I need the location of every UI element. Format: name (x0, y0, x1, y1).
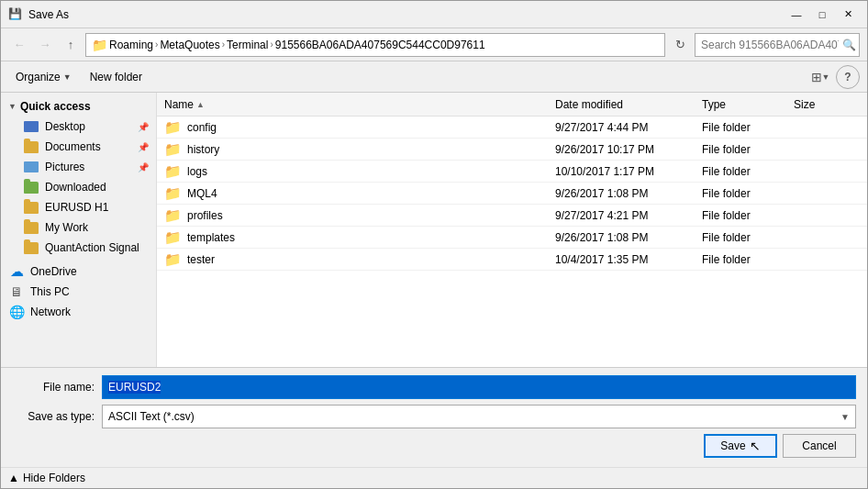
title-bar-left: 💾 Save As (8, 7, 69, 22)
sidebar-item-downloaded[interactable]: Downloaded (1, 177, 156, 197)
folder-icon: 📁 (164, 163, 182, 180)
file-name: logs (187, 165, 207, 178)
sidebar-item-desktop[interactable]: Desktop 📌 (1, 117, 156, 137)
table-row[interactable]: 📁logs 10/10/2017 1:17 PM File folder (157, 161, 867, 183)
address-bar: ← → ↑ 📁 Roaming › MetaQuotes › Terminal … (1, 28, 867, 61)
path-segment-guid: 915566BA06ADA407569C544CC0D97611 (275, 39, 485, 51)
file-type: File folder (698, 121, 790, 134)
table-row[interactable]: 📁config 9/27/2017 4:44 PM File folder (157, 117, 867, 139)
savetype-arrow: ▼ (840, 412, 850, 422)
file-date: 9/27/2017 4:44 PM (551, 121, 698, 134)
documents-icon (23, 139, 39, 154)
new-folder-button[interactable]: New folder (83, 65, 150, 89)
sidebar-item-documents-label: Documents (45, 140, 101, 153)
search-box[interactable]: 🔍 (695, 33, 860, 57)
sidebar-item-mywork[interactable]: My Work (1, 217, 156, 238)
eurusd-icon (23, 200, 39, 215)
save-button[interactable]: Save ↖ (704, 434, 777, 458)
savetype-label: Save as type: (12, 410, 95, 423)
maximize-button[interactable]: □ (810, 6, 834, 24)
file-list-header: Name ▲ Date modified Type Size (157, 93, 867, 117)
cancel-button[interactable]: Cancel (783, 434, 856, 458)
organize-arrow: ▼ (63, 72, 72, 82)
sidebar-item-thispc[interactable]: 🖥 This PC (1, 282, 156, 302)
close-button[interactable]: ✕ (836, 6, 860, 24)
save-cursor-icon: ↖ (750, 439, 761, 453)
folder-icon: 📁 (164, 207, 182, 224)
quick-access-header[interactable]: ▼ Quick access (1, 96, 156, 117)
sidebar-item-quantaction-label: QuantAction Signal (45, 241, 139, 254)
file-date: 10/4/2017 1:35 PM (551, 253, 698, 266)
search-icon: 🔍 (842, 39, 856, 51)
address-path[interactable]: 📁 Roaming › MetaQuotes › Terminal › 9155… (85, 33, 665, 57)
minimize-button[interactable]: — (785, 6, 808, 24)
main-content: ▼ Quick access Desktop 📌 Documents 📌 Pic… (1, 93, 867, 367)
desktop-icon (23, 119, 39, 134)
help-button[interactable]: ? (836, 65, 860, 89)
filename-row: File name: (12, 375, 856, 399)
file-date: 9/27/2017 4:21 PM (551, 209, 698, 222)
file-name: profiles (187, 209, 223, 222)
folder-icon: 📁 (164, 119, 182, 136)
quantaction-icon (23, 240, 39, 255)
hide-folders-button[interactable]: ▲ Hide Folders (1, 467, 867, 488)
column-type[interactable]: Type (698, 98, 790, 111)
table-row[interactable]: 📁profiles 9/27/2017 4:21 PM File folder (157, 205, 867, 227)
mywork-icon (23, 220, 39, 235)
sidebar: ▼ Quick access Desktop 📌 Documents 📌 Pic… (1, 93, 157, 367)
file-date: 9/26/2017 10:17 PM (551, 143, 698, 156)
title-bar: 💾 Save As — □ ✕ (1, 1, 867, 28)
sidebar-item-onedrive[interactable]: ☁ OneDrive (1, 261, 156, 282)
path-segment-roaming: Roaming › (109, 39, 158, 51)
column-size[interactable]: Size (790, 98, 863, 111)
column-date[interactable]: Date modified (551, 98, 698, 111)
file-type: File folder (698, 187, 790, 200)
file-name: tester (187, 253, 215, 266)
file-type: File folder (698, 253, 790, 266)
folder-icon: 📁 (164, 251, 182, 268)
file-date: 10/10/2017 1:17 PM (551, 165, 698, 178)
save-as-dialog: 💾 Save As — □ ✕ ← → ↑ 📁 Roaming › MetaQu… (0, 0, 868, 489)
path-folder-icon: 📁 (92, 38, 107, 52)
sidebar-item-thispc-label: This PC (30, 285, 70, 298)
sidebar-item-onedrive-label: OneDrive (30, 265, 77, 278)
title-controls: — □ ✕ (785, 6, 860, 24)
pin-icon-pics: 📌 (138, 162, 149, 172)
sidebar-item-desktop-label: Desktop (45, 120, 85, 133)
file-date: 9/26/2017 1:08 PM (551, 187, 698, 200)
sidebar-item-eurusd[interactable]: EURUSD H1 (1, 197, 156, 217)
sort-arrow: ▲ (196, 100, 205, 109)
window-title: Save As (28, 8, 69, 21)
folder-icon: 📁 (164, 229, 182, 246)
table-row[interactable]: 📁templates 9/26/2017 1:08 PM File folder (157, 227, 867, 249)
table-row[interactable]: 📁tester 10/4/2017 1:35 PM File folder (157, 249, 867, 271)
table-row[interactable]: 📁history 9/26/2017 10:17 PM File folder (157, 139, 867, 161)
file-type: File folder (698, 143, 790, 156)
sidebar-item-pictures[interactable]: Pictures 📌 (1, 157, 156, 177)
filename-input[interactable] (102, 375, 856, 399)
table-row[interactable]: 📁MQL4 9/26/2017 1:08 PM File folder (157, 183, 867, 205)
savetype-select[interactable]: ASCII Text (*.csv) ▼ (102, 405, 856, 428)
up-button[interactable]: ↑ (60, 34, 82, 56)
thispc-icon: 🖥 (8, 284, 25, 299)
pin-icon-docs: 📌 (138, 142, 149, 152)
back-button[interactable]: ← (8, 34, 30, 56)
sidebar-item-mywork-label: My Work (45, 221, 88, 234)
organize-button[interactable]: Organize ▼ (8, 65, 79, 89)
sidebar-item-network[interactable]: 🌐 Network (1, 302, 156, 322)
refresh-button[interactable]: ↻ (669, 34, 691, 56)
path-segment-metaquotes: MetaQuotes › (160, 39, 225, 51)
window-icon: 💾 (8, 7, 23, 22)
savetype-value: ASCII Text (*.csv) (108, 410, 195, 423)
toolbar: Organize ▼ New folder ⊞ ▼ ? (1, 61, 867, 93)
sidebar-item-downloaded-label: Downloaded (45, 181, 106, 194)
sidebar-item-network-label: Network (30, 306, 71, 318)
sidebar-item-documents[interactable]: Documents 📌 (1, 137, 156, 157)
network-icon: 🌐 (8, 305, 25, 319)
forward-button[interactable]: → (34, 34, 56, 56)
column-name[interactable]: Name ▲ (161, 98, 551, 111)
file-list: Name ▲ Date modified Type Size 📁config 9… (157, 93, 867, 367)
search-input[interactable] (701, 39, 839, 51)
sidebar-item-quantaction[interactable]: QuantAction Signal (1, 238, 156, 258)
view-button[interactable]: ⊞ ▼ (808, 65, 832, 89)
